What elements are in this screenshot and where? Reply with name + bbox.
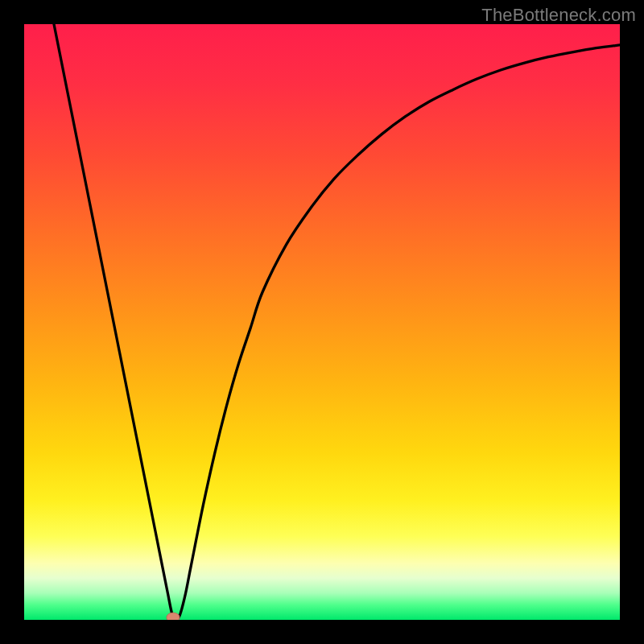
watermark-text: TheBottleneck.com [481,5,636,26]
bottleneck-curve [54,24,620,620]
minimum-marker [167,613,180,620]
chart-frame: TheBottleneck.com [0,0,644,644]
curve-layer [24,24,620,620]
plot-area [24,24,620,620]
